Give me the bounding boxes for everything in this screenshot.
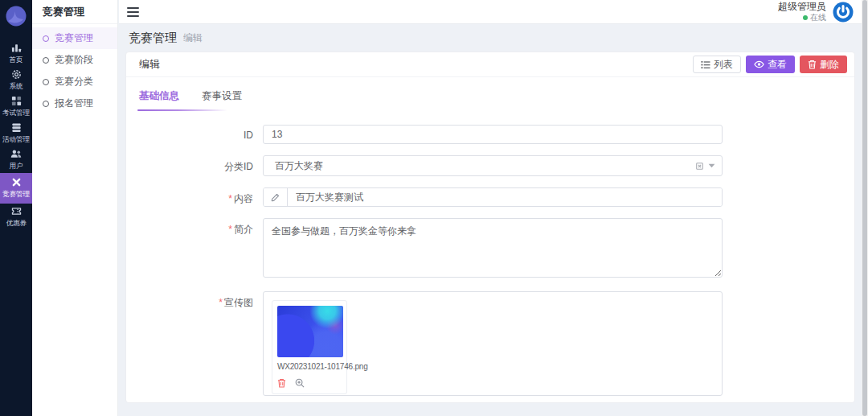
submenu-panel: 竞赛管理 竞赛管理 竞赛阶段 竞赛分类 报名管理 [32, 0, 118, 416]
trash-icon [277, 378, 286, 388]
pencil-icon [264, 188, 288, 206]
rail-item-label: 优惠券 [6, 218, 27, 228]
edit-form: ID 分类ID 百万大奖赛 [126, 111, 854, 396]
content-area: 竞赛管理 编辑 编辑 列表 查看 删除 [119, 24, 862, 416]
card-title: 编辑 [139, 57, 160, 72]
rail-item-label: 活动管理 [2, 134, 30, 144]
form-row-banner: *宣传图 WX20231021-101746.png [126, 291, 854, 396]
list-icon [701, 60, 710, 69]
power-logo-icon [833, 2, 854, 23]
user-status: 在线 [778, 13, 826, 23]
card-header: 编辑 列表 查看 删除 [126, 52, 854, 77]
category-selected-value: 百万大奖赛 [275, 159, 696, 173]
rail-item-label: 考试管理 [2, 108, 30, 117]
clear-icon[interactable] [696, 163, 703, 170]
circle-icon [43, 79, 49, 85]
uploaded-image-card: WX20231021-101746.png [272, 300, 347, 394]
zoom-image-button[interactable] [295, 378, 305, 388]
online-dot-icon [803, 15, 808, 20]
breadcrumb: 竞赛管理 编辑 [119, 24, 862, 51]
planet-logo-icon [6, 6, 27, 27]
circle-icon [43, 101, 49, 107]
rail-item-home[interactable]: 首页 [0, 40, 32, 67]
main-region: 超级管理员 在线 竞赛管理 编辑 编辑 [119, 0, 862, 416]
page-scrollbar [862, 0, 868, 416]
chart-bar-icon [11, 43, 22, 53]
user-name: 超级管理员 [778, 1, 826, 13]
users-icon [10, 149, 22, 159]
trash-icon [808, 60, 817, 69]
list-button-label: 列表 [714, 58, 733, 72]
id-input[interactable] [263, 125, 723, 144]
submenu-item-registration[interactable]: 报名管理 [32, 93, 117, 114]
rail-item-competitions[interactable]: 竞赛管理 [0, 173, 32, 204]
required-mark: * [228, 193, 232, 204]
rail-item-label: 竞赛管理 [2, 189, 30, 199]
circle-icon [43, 35, 49, 42]
topbar: 超级管理员 在线 [119, 0, 862, 24]
delete-button-label: 删除 [820, 58, 839, 72]
rail-item-system[interactable]: 系统 [0, 67, 32, 93]
intro-label: *简介 [126, 218, 263, 280]
delete-button[interactable]: 删除 [800, 56, 847, 73]
submenu-item-competition-stage[interactable]: 竞赛阶段 [32, 49, 117, 71]
required-mark: * [228, 224, 232, 235]
rail-item-exams[interactable]: 考试管理 [0, 93, 32, 120]
intro-textarea[interactable]: 全国参与做题，百万奖金等你来拿 [263, 218, 723, 278]
edit-card: 编辑 列表 查看 删除 基础信息 [125, 51, 855, 403]
submenu-item-competition-manage[interactable]: 竞赛管理 [32, 27, 117, 49]
tab-bar: 基础信息 赛事设置 [126, 77, 854, 111]
submenu-item-label: 竞赛分类 [55, 75, 93, 89]
user-status-label: 在线 [810, 13, 826, 23]
rail-item-activities[interactable]: 活动管理 [0, 120, 32, 146]
ticket-icon [11, 206, 22, 216]
delete-image-button[interactable] [277, 378, 286, 388]
banner-file-name: WX20231021-101746.png [277, 362, 342, 371]
form-row-id: ID [126, 125, 854, 144]
hamburger-menu-icon[interactable] [127, 5, 139, 19]
rail-nav: 首页 系统 考试管理 活动管理 用户 [0, 32, 32, 230]
gear-icon [11, 69, 22, 80]
tab-event-settings[interactable]: 赛事设置 [202, 89, 242, 111]
app-logo[interactable] [0, 0, 32, 32]
rail-item-coupons[interactable]: 优惠券 [0, 204, 32, 230]
submenu-item-label: 报名管理 [55, 97, 93, 110]
rail-item-label: 系统 [9, 81, 23, 91]
page-subtitle: 编辑 [183, 31, 203, 45]
submenu-item-competition-category[interactable]: 竞赛分类 [32, 71, 117, 93]
form-row-intro: *简介 全国参与做题，百万奖金等你来拿 [126, 218, 854, 280]
submenu-title: 竞赛管理 [32, 0, 117, 24]
banner-upload-area[interactable]: WX20231021-101746.png [263, 291, 723, 396]
rail-item-label: 首页 [9, 55, 23, 64]
circle-icon [43, 57, 49, 64]
avatar[interactable] [833, 2, 854, 23]
submenu-item-label: 竞赛阶段 [55, 53, 93, 67]
category-select[interactable]: 百万大奖赛 [263, 155, 723, 176]
user-meta: 超级管理员 在线 [778, 1, 826, 23]
banner-thumbnail[interactable] [277, 306, 343, 357]
required-mark: * [219, 297, 223, 308]
id-label: ID [126, 125, 263, 144]
eye-icon [754, 60, 764, 68]
content-input[interactable] [288, 188, 722, 206]
scrollbar-thumb[interactable] [862, 0, 867, 416]
grid-icon [11, 96, 22, 106]
cross-icon [12, 177, 21, 187]
rail-item-label: 用户 [9, 161, 23, 171]
page-title: 竞赛管理 [129, 31, 177, 46]
icon-rail: 首页 系统 考试管理 活动管理 用户 [0, 0, 32, 416]
banner-label: *宣传图 [126, 291, 263, 396]
content-label: *内容 [126, 187, 263, 207]
tab-basic-info[interactable]: 基础信息 [139, 89, 179, 111]
list-button[interactable]: 列表 [693, 56, 741, 73]
view-button-label: 查看 [768, 58, 787, 72]
rail-item-users[interactable]: 用户 [0, 146, 32, 173]
view-button[interactable]: 查看 [746, 56, 795, 73]
form-row-category: 分类ID 百万大奖赛 [126, 155, 854, 176]
category-label: 分类ID [126, 155, 263, 176]
database-icon [11, 122, 22, 133]
magnifier-icon [295, 378, 305, 388]
form-row-content: *内容 [126, 187, 854, 207]
submenu-item-label: 竞赛管理 [55, 31, 93, 45]
chevron-down-icon[interactable] [708, 163, 715, 168]
